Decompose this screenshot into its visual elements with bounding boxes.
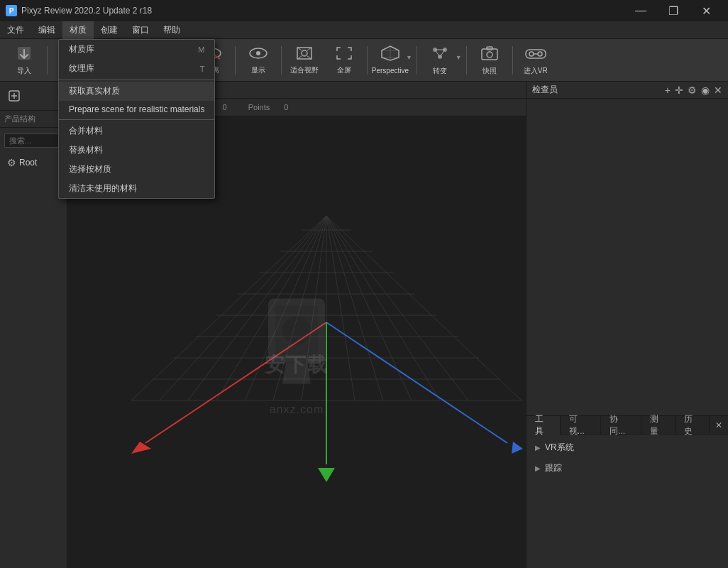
inspector-add2-icon[interactable]: ✛	[675, 84, 683, 96]
svg-line-25	[440, 50, 445, 57]
close-button[interactable]: ✕	[690, 0, 722, 21]
display-button[interactable]: 显示	[240, 42, 277, 79]
minimize-button[interactable]: —	[624, 0, 657, 21]
sidebar-tree: ⚙ Root	[0, 151, 67, 568]
menu-merge-mat[interactable]: 合并材料	[59, 121, 214, 141]
import-button[interactable]: 导入	[6, 42, 43, 79]
fit-button[interactable]: 适合视野	[286, 42, 323, 79]
snapshot-button[interactable]: 快照	[471, 42, 508, 79]
menu-material-lib[interactable]: 材质库 M	[59, 40, 214, 59]
transform-button[interactable]: 转变	[421, 42, 458, 79]
search-input[interactable]	[4, 133, 62, 148]
left-sidebar: 产品结构 ⚙ Root	[0, 82, 67, 568]
menu-bar: 文件 编辑 材质 创建 窗口 帮助	[0, 21, 728, 39]
inspector-gear-icon[interactable]: ⚙	[688, 84, 697, 96]
svg-point-15	[302, 50, 307, 56]
inspector-close-icon[interactable]: ✕	[714, 84, 722, 96]
menu-help[interactable]: 帮助	[156, 21, 187, 39]
points-label: Points	[248, 103, 270, 111]
fullscreen-label: 全屏	[337, 66, 351, 75]
menu-file[interactable]: 文件	[0, 21, 31, 39]
snapshot-label: 快照	[482, 67, 497, 75]
fullscreen-button[interactable]: 全屏	[326, 42, 363, 79]
bottom-panel-close-icon[interactable]: ✕	[710, 420, 728, 430]
dropdown-separator-2	[59, 119, 214, 120]
menu-prepare-scene[interactable]: Prepare scene for realistic materials	[59, 101, 214, 118]
track-section: ▶ 跟踪	[531, 459, 724, 477]
root-label: Root	[19, 158, 37, 168]
bottom-tab-bar: 工具 可视... 协同... 测量 历史 ✕	[526, 416, 728, 435]
sidebar-icon-row	[4, 86, 62, 106]
tab-history[interactable]: 历史	[675, 416, 710, 435]
perspective-button[interactable]: Perspective	[372, 42, 409, 79]
menu-create[interactable]: 创建	[94, 21, 125, 39]
right-panel: 检查员 + ✛ ⚙ ◉ ✕ 工具 可视... 协同...	[526, 82, 728, 568]
app-icon: P	[6, 5, 17, 16]
vr-section-row[interactable]: ▶ VR系统	[531, 439, 724, 457]
material-dropdown-menu: 材质库 M 纹理库 T 获取真实材质 Prepare scene for rea…	[58, 39, 215, 199]
points-value: 0	[284, 103, 288, 111]
inspector-target-icon[interactable]: ◉	[701, 84, 710, 96]
title-bar: P Pixyz Review 2020.2 Update 2 r18 — ❐ ✕	[0, 0, 728, 21]
inspector-body	[526, 99, 728, 415]
vr-arrow-icon: ▶	[535, 444, 541, 452]
display-label: 显示	[251, 66, 265, 75]
transform-label: 转变	[433, 67, 447, 75]
vr-section-label: VR系统	[545, 442, 574, 454]
inspector-title: 检查员	[532, 84, 558, 96]
transform-icon	[430, 45, 450, 65]
track-section-row[interactable]: ▶ 跟踪	[531, 459, 724, 477]
menu-replace-mat[interactable]: 替换材料	[59, 141, 214, 160]
track-arrow-icon: ▶	[535, 464, 541, 472]
svg-point-31	[538, 52, 542, 56]
inspector-add-icon[interactable]: +	[665, 84, 671, 96]
sidebar-search-container	[0, 128, 67, 151]
import-icon	[16, 45, 33, 65]
perspective-label: Perspective	[372, 67, 409, 75]
sidebar-icons-section	[0, 82, 67, 111]
separator5	[235, 46, 236, 75]
sidebar-icon-btn-1[interactable]	[4, 86, 24, 106]
triangles-value: 0	[223, 103, 227, 111]
svg-point-27	[487, 52, 492, 58]
import-label: 导入	[17, 67, 31, 75]
svg-point-13	[256, 51, 260, 55]
inspector-header: 检查员 + ✛ ⚙ ◉ ✕	[526, 82, 728, 99]
menu-get-realistic[interactable]: 获取真实材质	[59, 82, 214, 101]
tree-item-root[interactable]: ⚙ Root	[4, 155, 62, 170]
separator9	[466, 46, 467, 75]
menu-edit[interactable]: 编辑	[31, 21, 62, 39]
perspective-icon	[380, 45, 400, 65]
menu-window[interactable]: 窗口	[125, 21, 156, 39]
fit-icon	[294, 45, 314, 64]
title-bar-left: P Pixyz Review 2020.2 Update 2 r18	[6, 5, 152, 16]
entervr-label: 进入VR	[524, 67, 548, 75]
menu-texture-lib[interactable]: 纹理库 T	[59, 59, 214, 78]
svg-line-24	[435, 50, 440, 57]
sidebar-product-structure-label: 产品结构	[0, 111, 67, 128]
tab-visible[interactable]: 可视...	[561, 416, 601, 435]
tab-measure[interactable]: 测量	[641, 416, 675, 435]
maximize-button[interactable]: ❐	[657, 0, 690, 21]
separator7	[367, 46, 368, 75]
snapshot-icon	[480, 45, 500, 65]
separator10	[512, 46, 513, 75]
dropdown-separator-1	[59, 80, 214, 80]
separator1	[47, 46, 48, 75]
separator6	[281, 46, 282, 75]
root-icon: ⚙	[7, 157, 16, 168]
vr-section: ▶ VR系统	[531, 439, 724, 457]
menu-select-mat[interactable]: 选择按材质	[59, 160, 214, 179]
entervr-button[interactable]: 进入VR	[517, 42, 554, 79]
entervr-icon	[524, 45, 547, 65]
tab-coop[interactable]: 协同...	[601, 416, 641, 435]
inspector-icons: + ✛ ⚙ ◉ ✕	[665, 84, 722, 96]
separator8	[417, 46, 417, 75]
bottom-panel-content: ▶ VR系统 ▶ 跟踪	[526, 435, 728, 568]
tab-tools[interactable]: 工具	[526, 416, 561, 435]
menu-clean-mat[interactable]: 清洁未使用的材料	[59, 179, 214, 198]
bottom-panel: 工具 可视... 协同... 测量 历史 ✕	[526, 415, 728, 568]
app-title: Pixyz Review 2020.2 Update 2 r18	[21, 6, 152, 16]
track-section-label: 跟踪	[545, 462, 562, 474]
menu-material[interactable]: 材质	[62, 21, 94, 39]
